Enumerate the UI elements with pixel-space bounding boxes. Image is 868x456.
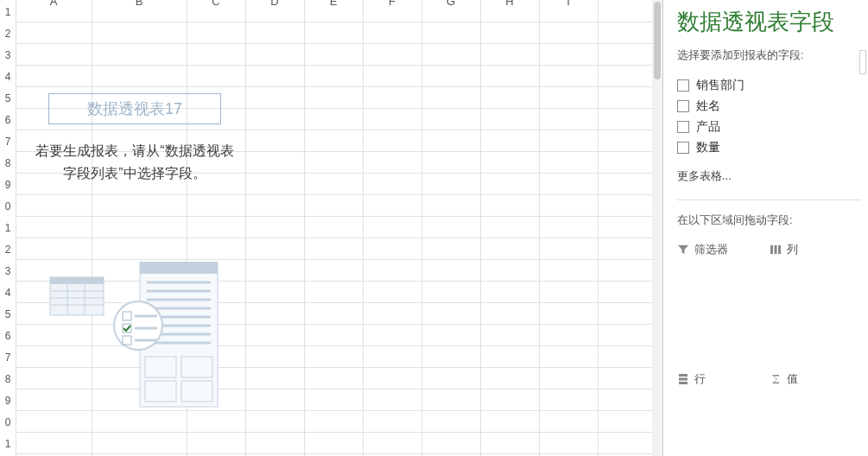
pivottable-name: 数据透视表17 [48, 93, 221, 124]
pivottable-placeholder[interactable]: 数据透视表17 若要生成报表，请从“数据透视表字段列表”中选择字段。 [24, 85, 245, 443]
svg-rect-29 [774, 245, 776, 254]
drop-zones: 筛选器 列 行 值 [677, 240, 861, 430]
values-label: 值 [787, 371, 798, 387]
svg-rect-22 [123, 312, 131, 320]
svg-rect-1 [50, 277, 104, 284]
svg-rect-33 [679, 382, 687, 384]
row-header[interactable]: 7 [0, 352, 16, 364]
column-header[interactable]: D [245, 0, 304, 12]
svg-point-21 [114, 301, 162, 350]
row-header[interactable]: 3 [0, 49, 16, 61]
column-header[interactable]: C [187, 0, 245, 12]
rows-icon [677, 373, 689, 385]
checkbox[interactable] [677, 121, 689, 133]
row-header[interactable]: 9 [0, 395, 16, 407]
columns-icon [770, 244, 782, 256]
sigma-icon [770, 373, 782, 385]
column-header[interactable]: B [92, 0, 187, 12]
svg-rect-28 [770, 245, 773, 254]
row-header[interactable]: 2 [0, 244, 16, 256]
column-header[interactable]: F [363, 0, 421, 12]
row-header[interactable]: 4 [0, 71, 16, 83]
vertical-scrollbar[interactable] [652, 0, 662, 456]
pane-title: 数据透视表字段 [677, 7, 861, 37]
field-item[interactable]: 销售部门 [677, 75, 861, 96]
row-header[interactable]: 7 [0, 136, 16, 148]
field-item[interactable]: 数量 [677, 137, 861, 158]
field-label: 销售部门 [696, 78, 744, 93]
columns-zone[interactable]: 列 [770, 240, 862, 370]
rows-label: 行 [694, 371, 706, 387]
divider [677, 200, 861, 200]
column-header[interactable]: I [539, 0, 598, 12]
row-header[interactable]: 1 [0, 438, 16, 450]
field-item[interactable]: 产品 [677, 117, 861, 137]
row-header[interactable]: 2 [0, 28, 16, 40]
row-header[interactable]: 3 [0, 265, 16, 277]
row-header[interactable]: 0 [0, 200, 16, 212]
row-header[interactable]: 6 [0, 114, 16, 126]
row-header[interactable]: 5 [0, 308, 16, 320]
field-label: 产品 [696, 119, 720, 135]
row-header[interactable]: 5 [0, 92, 16, 104]
row-header[interactable]: 0 [0, 416, 16, 428]
column-header[interactable]: A [16, 0, 92, 12]
columns-label: 列 [787, 242, 798, 257]
pivottable-fields-pane: 数据透视表字段 选择要添加到报表的字段: 销售部门姓名产品数量 更多表格... … [663, 0, 868, 456]
checkbox[interactable] [677, 142, 689, 154]
column-header[interactable]: H [480, 0, 539, 12]
svg-rect-31 [679, 374, 687, 377]
field-list: 销售部门姓名产品数量 [677, 75, 861, 158]
row-header[interactable]: 4 [0, 287, 16, 299]
svg-rect-26 [123, 336, 131, 345]
row-header[interactable]: 8 [0, 373, 16, 385]
svg-rect-8 [140, 262, 218, 274]
checkbox[interactable] [677, 100, 689, 112]
svg-rect-32 [679, 378, 687, 381]
filters-label: 筛选器 [694, 242, 728, 257]
more-tables-link[interactable]: 更多表格... [677, 168, 861, 184]
pane-settings-button[interactable] [859, 50, 866, 74]
filters-zone[interactable]: 筛选器 [677, 240, 770, 370]
svg-rect-30 [778, 245, 781, 254]
row-header[interactable]: 1 [0, 222, 16, 234]
field-item[interactable]: 姓名 [677, 96, 861, 117]
rows-zone[interactable]: 行 [677, 370, 770, 430]
field-label: 数量 [696, 140, 720, 155]
values-zone[interactable]: 值 [770, 370, 862, 430]
drag-hint: 在以下区域间拖动字段: [677, 212, 861, 228]
column-header[interactable]: E [304, 0, 363, 12]
row-header[interactable]: 8 [0, 157, 16, 169]
row-header[interactable]: 1 [0, 6, 16, 18]
pane-subtitle: 选择要添加到报表的字段: [677, 48, 861, 63]
pivottable-illustration [48, 262, 221, 408]
field-label: 姓名 [696, 98, 720, 114]
row-header[interactable]: 9 [0, 179, 16, 191]
spreadsheet-grid[interactable]: ABCDEFGHI 123456789012345678901 数据透视表17 … [0, 0, 663, 456]
pivottable-hint: 若要生成报表，请从“数据透视表字段列表”中选择字段。 [24, 140, 245, 184]
row-header[interactable]: 6 [0, 330, 16, 342]
funnel-icon [677, 244, 689, 256]
checkbox[interactable] [677, 79, 689, 92]
column-header[interactable]: G [421, 0, 480, 12]
scrollbar-thumb[interactable] [654, 2, 661, 79]
